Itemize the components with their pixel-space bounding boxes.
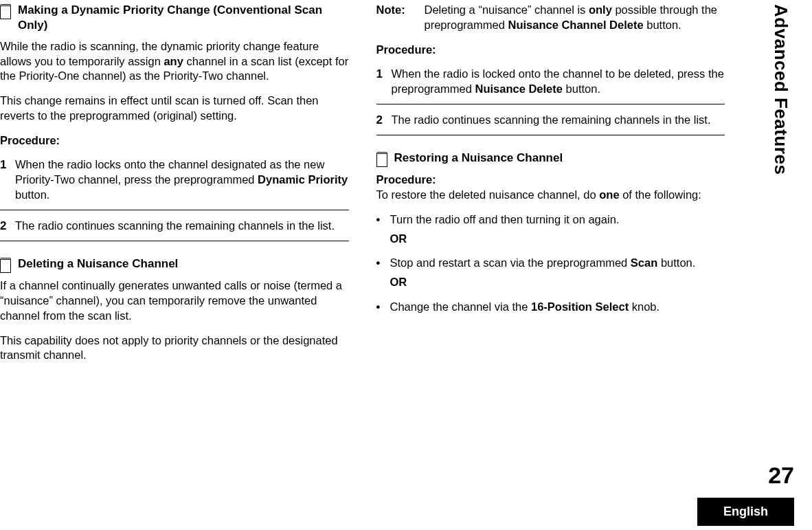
text: knob. [629, 300, 659, 313]
section-title-dynamic-priority: Making a Dynamic Priority Change (Conven… [0, 3, 349, 34]
bold-text: 16-Position Select [531, 300, 629, 313]
bold-text: Dynamic Priority [258, 173, 348, 186]
paragraph: This capability does not apply to priori… [0, 333, 349, 364]
step-number: 2 [0, 219, 15, 234]
procedure-label: Procedure: [376, 43, 725, 58]
or-separator: OR [390, 232, 725, 247]
step-number: 1 [376, 67, 392, 82]
bullet-item: • Stop and restart a scan via the prepro… [376, 256, 725, 271]
text: Change the channel via the [390, 300, 532, 313]
procedure-step: 1 When the radio locks onto the channel … [0, 152, 349, 210]
bold-text: Nuisance Delete [475, 82, 562, 95]
bold-text: only [589, 3, 612, 16]
left-column: Making a Dynamic Priority Change (Conven… [0, 0, 349, 373]
step-text: The radio continues scanning the remaini… [392, 113, 725, 128]
spacer [376, 138, 725, 151]
bullet-dot-icon: • [376, 256, 390, 271]
procedure-label: Procedure: [0, 133, 349, 148]
section-title-restoring-nuisance: Restoring a Nuisance Channel [376, 151, 725, 167]
right-column: Note: Deleting a “nuisance” channel is o… [376, 0, 725, 373]
note-row: Note: Deleting a “nuisance” channel is o… [376, 3, 725, 33]
procedure-step: 2 The radio continues scanning the remai… [376, 107, 725, 135]
text: To restore the deleted nuisance channel,… [376, 188, 600, 201]
section-title-text: Deleting a Nuisance Channel [18, 256, 178, 272]
procedure-step: 1 When the radio is locked onto the chan… [376, 61, 725, 104]
bullet-dot-icon: • [376, 212, 390, 228]
bullet-text: Stop and restart a scan via the preprogr… [390, 256, 696, 271]
text: button. [563, 82, 600, 95]
page: Making a Dynamic Priority Change (Conven… [0, 0, 812, 530]
section-title-deleting-nuisance: Deleting a Nuisance Channel [0, 256, 349, 273]
paragraph: If a channel continually generates unwan… [0, 278, 349, 323]
bold-text: one [599, 188, 619, 201]
note-text: Deleting a “nuisance” channel is only po… [425, 3, 725, 33]
page-icon [0, 258, 11, 273]
step-text: When the radio is locked onto the channe… [392, 67, 725, 97]
step-number: 1 [0, 157, 15, 173]
text: of the following: [620, 188, 701, 201]
or-separator: OR [390, 275, 725, 290]
bullet-item: • Change the channel via the 16-Position… [376, 300, 725, 315]
paragraph: To restore the deleted nuisance channel,… [376, 188, 725, 203]
paragraph: This change remains in effect until scan… [0, 93, 349, 124]
side-tab: Advanced Features [767, 4, 794, 231]
bullet-text: Change the channel via the 16-Position S… [390, 300, 660, 315]
section-title-text: Restoring a Nuisance Channel [394, 151, 563, 166]
bold-text: any [163, 55, 183, 67]
bold-text: Nuisance Channel Delete [508, 19, 643, 31]
note-label: Note: [376, 3, 425, 18]
bullet-item: • Turn the radio off and then turning it… [376, 212, 725, 228]
step-text: The radio continues scanning the remaini… [15, 219, 349, 234]
page-icon [376, 152, 387, 167]
page-number: 27 [768, 462, 794, 489]
page-icon [0, 4, 11, 19]
footer-language-bar: English [697, 498, 794, 526]
bullet-dot-icon: • [376, 300, 390, 315]
text: Deleting a “nuisance” channel is [425, 3, 589, 16]
section-title-text: Making a Dynamic Priority Change (Conven… [18, 3, 349, 34]
text: button. [15, 188, 49, 201]
paragraph: While the radio is scanning, the dynamic… [0, 39, 349, 84]
text: Stop and restart a scan via the preprogr… [390, 256, 631, 269]
bullet-text: Turn the radio off and then turning it o… [390, 212, 620, 228]
content-columns: Making a Dynamic Priority Change (Conven… [0, 0, 725, 373]
side-tab-label: Advanced Features [770, 4, 791, 175]
text: button. [644, 19, 681, 31]
procedure-label: Procedure: [376, 173, 725, 188]
bold-text: Scan [631, 256, 657, 269]
step-text: When the radio locks onto the channel de… [15, 157, 349, 202]
step-number: 2 [376, 113, 392, 128]
text: button. [657, 256, 695, 269]
procedure-step: 2 The radio continues scanning the remai… [0, 213, 349, 241]
spacer [0, 244, 349, 256]
